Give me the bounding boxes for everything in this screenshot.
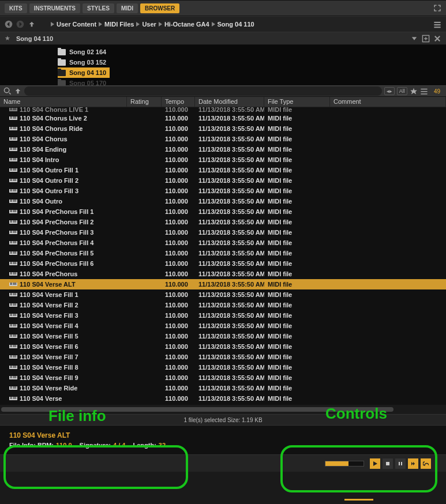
svg-rect-30 bbox=[12, 137, 12, 140]
search-icon[interactable] bbox=[3, 87, 12, 95]
table-row[interactable]: 110 S04 Intro110.00011/13/2018 3:55:50 A… bbox=[0, 155, 446, 165]
table-row[interactable]: 110 S04 Ending110.00011/13/2018 3:55:50 … bbox=[0, 144, 446, 155]
table-row[interactable]: 110 S04 Verse Fill 3110.00011/13/2018 3:… bbox=[0, 310, 446, 321]
table-row[interactable]: 110 S04 Verse ALT110.00011/13/2018 3:55:… bbox=[0, 279, 446, 289]
file-name: 110 S04 PreChorus Fill 1 bbox=[20, 208, 93, 215]
expand-icon[interactable] bbox=[433, 4, 441, 12]
file-name: 110 S04 Outro bbox=[20, 198, 62, 205]
file-name: 110 S04 Verse ALT bbox=[20, 281, 76, 288]
file-date: 11/13/2018 3:55:50 AM bbox=[195, 167, 264, 174]
svg-rect-48 bbox=[12, 168, 12, 171]
col-rating[interactable]: Rating bbox=[127, 97, 162, 107]
table-row[interactable]: 110 S04 PreChorus110.00011/13/2018 3:55:… bbox=[0, 269, 446, 279]
folder-item-selected[interactable]: Song 04 110 bbox=[58, 67, 110, 78]
folder-item[interactable]: Song 05 170 bbox=[58, 78, 446, 85]
tab-kits[interactable]: KITS bbox=[5, 3, 27, 13]
svg-rect-15 bbox=[16, 108, 16, 110]
file-date: 11/13/2018 3:55:50 AM bbox=[195, 353, 264, 360]
table-row[interactable]: 110 S04 Verse Ride110.00011/13/2018 3:55… bbox=[0, 383, 446, 393]
breadcrumb-item[interactable]: User Content bbox=[57, 21, 96, 28]
file-name: 110 S04 Verse Fill 5 bbox=[20, 333, 78, 340]
search-input[interactable] bbox=[24, 86, 382, 96]
table-row[interactable]: 110 S04 PreChorus Fill 4110.00011/13/201… bbox=[0, 238, 446, 248]
progress-bar[interactable] bbox=[325, 461, 364, 467]
table-row[interactable]: 110 S04 Verse Fill 4110.00011/13/2018 3:… bbox=[0, 321, 446, 331]
tab-instruments[interactable]: INSTRUMENTS bbox=[29, 3, 80, 13]
table-row[interactable]: 110 S04 PreChorus Fill 5110.00011/13/201… bbox=[0, 248, 446, 258]
table-row[interactable]: 110 S04 Verse Fill 5110.00011/13/2018 3:… bbox=[0, 331, 446, 341]
folder-item[interactable]: Song 03 152 bbox=[58, 57, 446, 67]
col-ftype[interactable]: File Type bbox=[264, 97, 330, 107]
browser-toolbar: ◂▸ All 49 bbox=[0, 85, 446, 97]
folder-item[interactable]: Song 02 164 bbox=[58, 47, 446, 57]
add-icon[interactable] bbox=[422, 35, 430, 43]
horizontal-scrollbar[interactable] bbox=[0, 405, 446, 414]
svg-rect-164 bbox=[14, 366, 15, 368]
svg-rect-29 bbox=[10, 137, 11, 140]
table-row[interactable]: 110 S04 Verse Fill 2110.00011/13/2018 3:… bbox=[0, 300, 446, 310]
tab-browser[interactable]: BROWSER bbox=[140, 3, 179, 13]
svg-rect-110 bbox=[14, 272, 15, 274]
tab-midi[interactable]: MIDI bbox=[117, 3, 138, 13]
svg-rect-72 bbox=[12, 210, 12, 212]
tab-styles[interactable]: STYLES bbox=[83, 3, 114, 13]
svg-rect-152 bbox=[14, 345, 15, 347]
svg-rect-123 bbox=[16, 293, 16, 295]
table-row[interactable]: 110 S04 Chorus110.00011/13/2018 3:55:50 … bbox=[0, 134, 446, 144]
filter-text[interactable]: Song 04 110 bbox=[16, 35, 53, 42]
pause-button[interactable] bbox=[395, 458, 406, 469]
svg-rect-24 bbox=[12, 127, 12, 129]
table-row[interactable]: 110 S04 Outro110.00011/13/2018 3:55:50 A… bbox=[0, 196, 446, 206]
file-name: 110 S04 Outro Fill 3 bbox=[20, 187, 78, 194]
table-row[interactable]: 110 S04 Chorus Live 2110.00011/13/2018 3… bbox=[0, 113, 446, 123]
file-type: MIDI file bbox=[264, 333, 330, 340]
table-row[interactable]: 110 S04 PreChorus Fill 1110.00011/13/201… bbox=[0, 206, 446, 217]
table-row[interactable]: 110 S04 PreChorus Fill 6110.00011/13/201… bbox=[0, 258, 446, 269]
table-row[interactable]: 110 S04 Outro Fill 2110.00011/13/2018 3:… bbox=[0, 175, 446, 186]
file-date: 11/13/2018 3:55:50 AM bbox=[195, 208, 264, 215]
file-tempo: 110.000 bbox=[162, 177, 195, 184]
table-row[interactable]: 110 S04 PreChorus Fill 2110.00011/13/201… bbox=[0, 217, 446, 227]
play-button[interactable] bbox=[370, 458, 380, 469]
breadcrumb-item[interactable]: Hi-Octane GA4 bbox=[164, 21, 209, 28]
breadcrumb-item[interactable]: Song 04 110 bbox=[218, 21, 254, 28]
loop-button[interactable] bbox=[421, 458, 431, 469]
svg-rect-3 bbox=[434, 24, 440, 25]
autoplay-button[interactable] bbox=[408, 458, 418, 469]
table-row[interactable]: 110 S04 Verse Fill 1110.00011/13/2018 3:… bbox=[0, 289, 446, 300]
table-row[interactable]: 110 S04 Verse110.00011/13/2018 3:55:50 A… bbox=[0, 393, 446, 404]
table-body[interactable]: 110 S04 Chorus LIVE 1110.00011/13/2018 3… bbox=[0, 107, 446, 405]
midi-file-icon bbox=[8, 187, 18, 194]
dropdown-icon[interactable] bbox=[410, 35, 418, 43]
nav-back-icon[interactable] bbox=[5, 20, 13, 28]
breadcrumb-item[interactable]: MIDI Files bbox=[104, 21, 134, 28]
col-comment[interactable]: Comment bbox=[330, 97, 446, 107]
table-row[interactable]: 110 S04 Outro Fill 3110.00011/13/2018 3:… bbox=[0, 186, 446, 196]
view-badge[interactable]: ◂▸ bbox=[384, 87, 395, 95]
svg-rect-176 bbox=[14, 386, 15, 389]
file-type: MIDI file bbox=[264, 219, 330, 225]
table-row[interactable]: 110 S04 PreChorus Fill 3110.00011/13/201… bbox=[0, 227, 446, 238]
list-view-icon[interactable] bbox=[420, 87, 428, 95]
nav-up-icon[interactable] bbox=[28, 20, 36, 28]
menu-icon[interactable] bbox=[433, 20, 441, 28]
view-all-badge[interactable]: All bbox=[397, 87, 407, 95]
table-row[interactable]: 110 S04 Verse Fill 8110.00011/13/2018 3:… bbox=[0, 362, 446, 373]
table-row[interactable]: 110 S04 Chorus LIVE 1110.00011/13/2018 3… bbox=[0, 107, 446, 113]
close-icon[interactable] bbox=[433, 35, 441, 43]
col-name[interactable]: Name bbox=[0, 97, 127, 107]
breadcrumb-item[interactable]: User bbox=[142, 21, 156, 28]
table-row[interactable]: 110 S04 Chorus Ride110.00011/13/2018 3:5… bbox=[0, 123, 446, 134]
table-row[interactable]: 110 S04 Verse Fill 6110.00011/13/2018 3:… bbox=[0, 341, 446, 352]
file-type: MIDI file bbox=[264, 291, 330, 298]
table-row[interactable]: 110 S04 Verse Fill 9110.00011/13/2018 3:… bbox=[0, 373, 446, 383]
svg-rect-4 bbox=[434, 27, 440, 28]
up-icon[interactable] bbox=[14, 87, 22, 95]
col-tempo[interactable]: Tempo bbox=[162, 97, 195, 107]
star-filter-icon[interactable] bbox=[410, 87, 418, 95]
table-row[interactable]: 110 S04 Outro Fill 1110.00011/13/2018 3:… bbox=[0, 165, 446, 175]
col-date[interactable]: Date Modified bbox=[195, 97, 264, 107]
nav-forward-icon[interactable] bbox=[16, 20, 24, 28]
stop-button[interactable] bbox=[383, 458, 393, 469]
table-row[interactable]: 110 S04 Verse Fill 7110.00011/13/2018 3:… bbox=[0, 352, 446, 362]
